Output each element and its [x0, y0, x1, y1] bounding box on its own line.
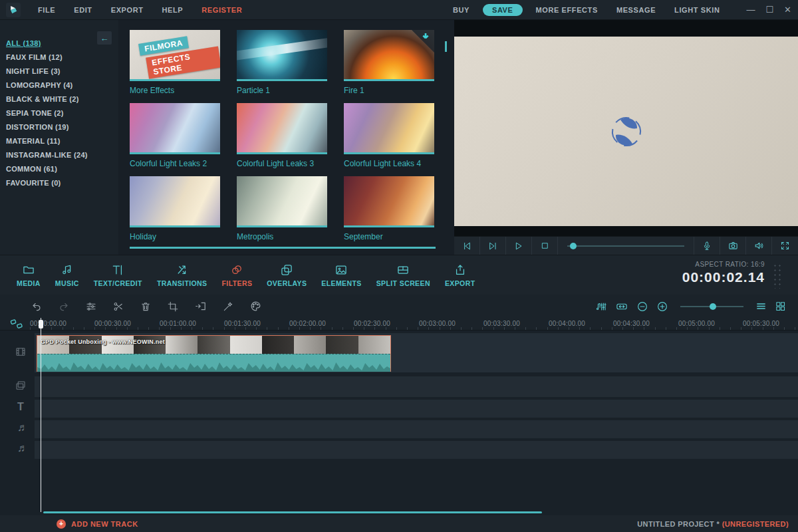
seek-track[interactable]	[567, 245, 684, 247]
collapse-sidebar-button[interactable]: ←	[97, 31, 112, 45]
panel-resize-grip[interactable]	[773, 263, 782, 289]
preview-video[interactable]	[454, 37, 798, 226]
zoom-slider-handle[interactable]	[710, 303, 716, 310]
split-scissors-icon[interactable]	[112, 301, 124, 313]
playhead-handle[interactable]	[39, 320, 43, 329]
effect-thumbnail[interactable]	[344, 30, 434, 81]
seek-handle[interactable]	[570, 243, 577, 249]
clip-audio-waveform	[37, 354, 390, 372]
delete-icon[interactable]	[140, 301, 152, 313]
menu-edit[interactable]: EDIT	[65, 6, 101, 14]
grid-view-icon[interactable]	[775, 301, 786, 312]
effect-thumbnail[interactable]	[237, 176, 327, 227]
effect-thumbnail[interactable]	[237, 30, 327, 81]
menu-register[interactable]: REGISTER	[192, 6, 251, 14]
buy-button[interactable]: BUY	[444, 6, 479, 14]
sidebar-item-black-white[interactable]: BLACK & WHITE (2)	[6, 92, 118, 106]
sidebar-item-favourite[interactable]: FAVOURITE (0)	[6, 176, 118, 190]
split-screen-icon	[396, 263, 410, 277]
play-button[interactable]	[506, 237, 532, 255]
tab-split-screen[interactable]: SPLIT SCREEN	[369, 263, 438, 287]
menu-export[interactable]: EXPORT	[102, 6, 153, 14]
sidebar-item-distortion[interactable]: DISTORTION (19)	[6, 120, 118, 134]
effect-thumbnail[interactable]	[344, 176, 434, 227]
crop-icon[interactable]	[167, 301, 179, 313]
next-frame-button[interactable]	[480, 237, 506, 255]
maximize-button[interactable]: ☐	[765, 5, 773, 14]
minimize-button[interactable]: —	[746, 5, 755, 14]
add-new-track-button[interactable]: + ADD NEW TRACK	[57, 519, 138, 529]
effect-card-more-effects[interactable]: FILMORA EFFECTS STORE More Effects	[130, 30, 220, 103]
effect-thumbnail[interactable]	[344, 103, 434, 154]
menu-file[interactable]: FILE	[29, 6, 65, 14]
effect-card-fire-1[interactable]: Fire 1	[344, 30, 434, 103]
effect-card-colorful-light-leaks-4[interactable]: Colorful Light Leaks 4	[344, 103, 434, 176]
effect-label: More Effects	[130, 86, 220, 95]
app-logo-icon[interactable]	[6, 3, 21, 17]
effect-card-holiday[interactable]: Holiday	[130, 176, 220, 249]
list-view-icon[interactable]	[755, 301, 767, 312]
redo-icon[interactable]	[58, 301, 70, 313]
audio-mixer-icon[interactable]	[595, 301, 607, 313]
music-track-1[interactable]	[35, 420, 798, 438]
tab-overlays[interactable]: OVERLAYS	[259, 263, 314, 287]
text-track[interactable]	[35, 400, 798, 418]
effect-card-colorful-light-leaks-2[interactable]: Colorful Light Leaks 2	[130, 103, 220, 176]
ruler-tick: 00:01:30.00	[224, 320, 261, 327]
tab-filters[interactable]: FILTERS	[215, 263, 260, 287]
jump-to-start-button[interactable]	[454, 237, 480, 255]
tab-media[interactable]: MEDIA	[9, 263, 48, 287]
effect-thumbnail[interactable]	[130, 103, 220, 154]
magic-wand-icon[interactable]	[222, 301, 234, 313]
effects-store-thumbnail[interactable]: FILMORA EFFECTS STORE	[130, 30, 220, 81]
sidebar-item-material[interactable]: MATERIAL (11)	[6, 134, 118, 148]
fit-timeline-icon[interactable]	[615, 301, 628, 313]
more-effects-button[interactable]: MORE EFFECTS	[527, 6, 607, 14]
effects-horizontal-scrollbar[interactable]	[130, 247, 436, 249]
effect-card-colorful-light-leaks-3[interactable]: Colorful Light Leaks 3	[237, 103, 327, 176]
sidebar-item-faux-film[interactable]: FAUX FILM (12)	[6, 50, 118, 64]
sidebar-item-night-life[interactable]: NIGHT LIFE (3)	[6, 64, 118, 78]
music-track-2[interactable]	[35, 441, 798, 459]
effect-thumbnail[interactable]	[130, 176, 220, 227]
zoom-out-icon[interactable]	[636, 301, 648, 313]
adjust-icon[interactable]	[85, 301, 97, 313]
timeline-clip-gpd-pocket-unboxing[interactable]: GPD Pocket Unboxing - www.NEOWIN.net	[37, 335, 391, 372]
playhead-line[interactable]	[41, 318, 41, 512]
tab-transitions[interactable]: TRANSITIONS	[150, 263, 215, 287]
snapshot-button[interactable]	[720, 237, 746, 255]
color-palette-icon[interactable]	[249, 300, 262, 313]
fullscreen-button[interactable]	[772, 237, 798, 255]
close-button[interactable]: ✕	[784, 5, 791, 14]
message-button[interactable]: MESSAGE	[607, 6, 665, 14]
sidebar-item-sepia-tone[interactable]: SEPIA TONE (2)	[6, 106, 118, 120]
timeline-zoom-slider[interactable]	[680, 306, 743, 307]
effect-thumbnail[interactable]	[237, 103, 327, 154]
sidebar-item-instagram-like[interactable]: INSTAGRAM-LIKE (24)	[6, 148, 118, 162]
zoom-in-icon[interactable]	[656, 301, 668, 313]
menu-help[interactable]: HELP	[153, 6, 193, 14]
effect-card-particle-1[interactable]: Particle 1	[237, 30, 327, 103]
seek-slider[interactable]	[558, 237, 694, 255]
effect-card-september[interactable]: September	[344, 176, 434, 249]
download-icon[interactable]	[420, 32, 431, 43]
power-tool-icon[interactable]	[194, 300, 207, 313]
timeline-horizontal-scrollbar[interactable]	[43, 511, 542, 513]
record-voiceover-button[interactable]	[694, 237, 720, 255]
sidebar-item-common[interactable]: COMMON (61)	[6, 162, 118, 176]
tab-text-credit[interactable]: TEXT/CREDIT	[86, 263, 150, 287]
pip-track[interactable]	[35, 376, 798, 397]
tab-export[interactable]: EXPORT	[438, 263, 483, 287]
effects-vertical-scrollbar[interactable]	[445, 41, 447, 52]
sidebar-item-lomography[interactable]: LOMOGRAPHY (4)	[6, 78, 118, 92]
effect-card-metropolis[interactable]: Metropolis	[237, 176, 327, 249]
light-skin-button[interactable]: LIGHT SKIN	[665, 6, 729, 14]
save-button[interactable]: SAVE	[483, 4, 523, 16]
effect-label: Particle 1	[237, 86, 327, 95]
stop-button[interactable]	[532, 237, 558, 255]
tab-music[interactable]: MUSIC	[48, 263, 86, 287]
volume-button[interactable]	[746, 237, 772, 255]
tab-elements[interactable]: ELEMENTS	[314, 263, 368, 287]
undo-icon[interactable]	[31, 301, 43, 313]
timeline-ruler[interactable]: 00:00:00.00 00:00:30.00 00:01:00.00 00:0…	[0, 318, 798, 331]
